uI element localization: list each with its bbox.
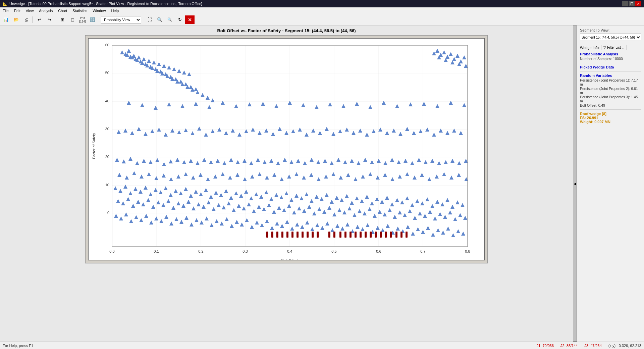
- minimize-button[interactable]: ─: [622, 1, 628, 6]
- toolbar-count-btn[interactable]: 233(134): [78, 15, 87, 24]
- svg-rect-508: [380, 232, 382, 238]
- svg-rect-494: [302, 232, 304, 238]
- segment-dropdown[interactable]: Segment 15: (44.4, 56.5) to (44, 56): [580, 34, 641, 41]
- num-samples-line: Number of Samples: 10000: [580, 57, 641, 61]
- toolbar-rotate-btn[interactable]: ↻: [175, 15, 184, 24]
- random-variables-title[interactable]: Random Variables: [580, 73, 641, 78]
- menu-window[interactable]: Window: [90, 7, 108, 14]
- menu-view[interactable]: View: [23, 7, 37, 14]
- divider-2: [580, 71, 641, 71]
- toolbar-calc-btn[interactable]: 🔢: [88, 15, 97, 24]
- svg-rect-496: [312, 232, 314, 238]
- app-icon: 📐: [3, 2, 7, 6]
- svg-rect-506: [370, 232, 372, 238]
- menu-file[interactable]: File: [0, 7, 11, 14]
- filter-icon: ▽: [603, 46, 606, 49]
- toolbar-open-btn[interactable]: 📂: [11, 15, 21, 24]
- divider-1: [580, 63, 641, 63]
- svg-text:Factor of Safety: Factor of Safety: [92, 133, 96, 159]
- toolbar-sep-4: [143, 16, 143, 23]
- segment-label: Segment To View:: [580, 28, 641, 32]
- toolbar-sep-3: [99, 16, 99, 23]
- menu-statistics[interactable]: Statistics: [70, 7, 90, 14]
- menu-bar: File Edit View Analysis Chart Statistics…: [0, 7, 644, 14]
- svg-text:0.6: 0.6: [376, 249, 381, 253]
- title-bar: 📐 Unwedge - [Tutorial 09 Probabilistic S…: [0, 0, 644, 7]
- filter-list-button[interactable]: ▽ Filter List ...: [601, 45, 627, 50]
- svg-rect-500: [339, 232, 341, 238]
- svg-text:0.3: 0.3: [243, 249, 248, 253]
- svg-rect-497: [317, 232, 319, 238]
- svg-rect-501: [344, 232, 346, 238]
- chart-area: Bolt Offset vs. Factor of Safety - Segme…: [0, 26, 573, 342]
- toolbar-sep-2: [56, 16, 56, 23]
- restore-button[interactable]: ❐: [629, 1, 635, 6]
- j1-status: J1: 70/036: [537, 344, 554, 348]
- close-button[interactable]: ✕: [635, 1, 641, 6]
- status-bar: For Help, press F1 J1: 70/036 J2: 85/144…: [0, 342, 644, 349]
- svg-text:Bolt Offset: Bolt Offset: [281, 258, 298, 260]
- svg-rect-513: [406, 232, 408, 238]
- svg-rect-495: [307, 232, 309, 238]
- divider-3: [580, 109, 641, 110]
- svg-rect-503: [355, 232, 357, 238]
- chart-title: Bolt Offset vs. Factor of Safety - Segme…: [217, 28, 356, 33]
- toolbar: 📊 📂 🖨 ↩ ↪ ⊞ ◻ 233(134) 🔢 Probability Vie…: [0, 14, 644, 26]
- title-text: Unwedge - [Tutorial 09 Probabilistic Sup…: [9, 2, 202, 6]
- wedge-info-label: Wedge Info:: [580, 46, 600, 50]
- toolbar-undo-btn[interactable]: ↩: [35, 15, 44, 24]
- roof-wedge-label: Roof wedge [8]: [580, 112, 641, 116]
- weight-label: Weight: 0.007 MN: [580, 120, 641, 124]
- toolbar-redo-btn[interactable]: ↪: [45, 15, 54, 24]
- picked-wedge-title[interactable]: Picked Wedge Data: [580, 65, 641, 69]
- svg-rect-502: [350, 232, 352, 238]
- svg-text:40: 40: [105, 99, 109, 103]
- svg-text:20: 20: [105, 155, 109, 159]
- bolt-offset-line: Bolt Offset: 0.49: [580, 103, 641, 107]
- toolbar-select-btn[interactable]: ◻: [68, 15, 77, 24]
- toolbar-zoomout-btn[interactable]: 🔍: [165, 15, 174, 24]
- svg-rect-498: [328, 232, 330, 238]
- status-right: J1: 70/036 J2: 85/144 J3: 47/264 (x,y)= …: [537, 344, 641, 348]
- svg-text:10: 10: [105, 183, 109, 187]
- persistence3-line: Persistence (Joint Properties 3): 1.45 m: [580, 95, 641, 103]
- svg-text:0.2: 0.2: [198, 249, 203, 253]
- help-text: For Help, press F1: [3, 344, 33, 348]
- menu-chart[interactable]: Chart: [55, 7, 70, 14]
- svg-text:0.5: 0.5: [331, 249, 336, 253]
- svg-rect-488: [271, 232, 273, 238]
- scatter-plot-svg: 0 10 20 30 40 50 60 0.0 0.1 0.2 0.3 0.4: [89, 39, 484, 260]
- svg-rect-511: [395, 232, 397, 238]
- j2-status: J2: 85/144: [560, 344, 578, 348]
- toolbar-stop-btn[interactable]: ✕: [185, 15, 195, 24]
- toolbar-sep-1: [33, 16, 33, 23]
- svg-rect-509: [385, 232, 387, 238]
- right-panel: Segment To View: Segment 15: (44.4, 56.5…: [577, 26, 644, 342]
- persistence1-line: Persistence (Joint Properties 1): 7.17 m: [580, 78, 641, 86]
- menu-help[interactable]: Help: [108, 7, 121, 14]
- view-dropdown[interactable]: Probability View: [101, 16, 141, 23]
- persistence2-line: Persistence (Joint Properties 2): 6.61 m: [580, 87, 641, 95]
- toolbar-chart-btn[interactable]: 📊: [1, 15, 11, 24]
- probabilistic-analysis-title[interactable]: Probabilistic Analysis: [580, 52, 641, 56]
- svg-rect-499: [333, 232, 335, 238]
- chart-container: 0 10 20 30 40 50 60 0.0 0.1 0.2 0.3 0.4: [85, 35, 488, 263]
- toolbar-zoomin-btn[interactable]: 🔍: [155, 15, 164, 24]
- svg-rect-489: [276, 232, 278, 238]
- toolbar-fit-btn[interactable]: ⛶: [145, 15, 154, 24]
- menu-edit[interactable]: Edit: [11, 7, 23, 14]
- wedge-info-header: Wedge Info: ▽ Filter List ...: [580, 45, 641, 50]
- svg-text:60: 60: [105, 43, 109, 47]
- svg-rect-510: [390, 232, 392, 238]
- toolbar-grid-btn[interactable]: ⊞: [58, 15, 67, 24]
- chart-inner[interactable]: 0 10 20 30 40 50 60 0.0 0.1 0.2 0.3 0.4: [88, 38, 485, 260]
- coords-status: (x,y)= 0.326, 62.213: [608, 344, 641, 348]
- svg-rect-487: [266, 232, 268, 238]
- toolbar-print-btn[interactable]: 🖨: [21, 15, 31, 24]
- svg-rect-493: [297, 232, 299, 238]
- menu-analysis[interactable]: Analysis: [36, 7, 55, 14]
- panel-collapse-button[interactable]: ◀: [573, 26, 577, 342]
- svg-text:0.0: 0.0: [109, 249, 114, 253]
- svg-text:50: 50: [105, 71, 109, 75]
- svg-rect-504: [360, 232, 362, 238]
